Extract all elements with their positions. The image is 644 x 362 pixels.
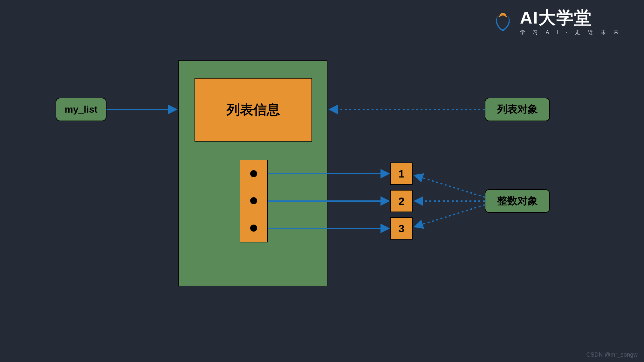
list-slot-0 [240, 160, 268, 188]
annotation-list-object-text: 列表对象 [497, 102, 538, 116]
watermark: CSDN @mr_songw [586, 352, 638, 358]
pointer-dot-icon [250, 170, 257, 177]
annotation-int-object-text: 整数对象 [497, 194, 538, 208]
list-slot-2 [240, 214, 268, 242]
variable-label-text: my_list [65, 104, 97, 115]
watermark-text: CSDN @mr_songw [586, 352, 638, 358]
brand-logo-icon [491, 11, 514, 34]
pointer-dot-icon [250, 225, 257, 232]
brand-logo-subtitle: 学 习 A I · 走 近 未 来 [520, 29, 622, 36]
list-info-header-text: 列表信息 [227, 101, 280, 119]
variable-label: my_list [56, 98, 106, 121]
int-value-2-text: 3 [399, 222, 405, 235]
int-value-2: 3 [390, 217, 413, 240]
int-value-0: 1 [390, 163, 413, 185]
list-slot-1 [240, 187, 268, 215]
annotation-list-object: 列表对象 [485, 98, 550, 121]
brand-logo: AI大学堂 学 习 A I · 走 近 未 来 [491, 9, 622, 36]
int-value-1: 2 [390, 190, 413, 212]
int-value-1-text: 2 [399, 195, 405, 207]
pointer-dot-icon [250, 197, 257, 204]
list-info-header: 列表信息 [195, 78, 312, 142]
int-value-0-text: 1 [399, 168, 405, 180]
arrow-annot-int2 [414, 205, 485, 227]
arrow-annot-int0 [414, 175, 485, 197]
brand-logo-title: AI大学堂 [520, 9, 592, 26]
diagram-stage: AI大学堂 学 习 A I · 走 近 未 来 my_list 列表信息 1 2… [0, 0, 644, 362]
annotation-int-object: 整数对象 [485, 189, 550, 213]
